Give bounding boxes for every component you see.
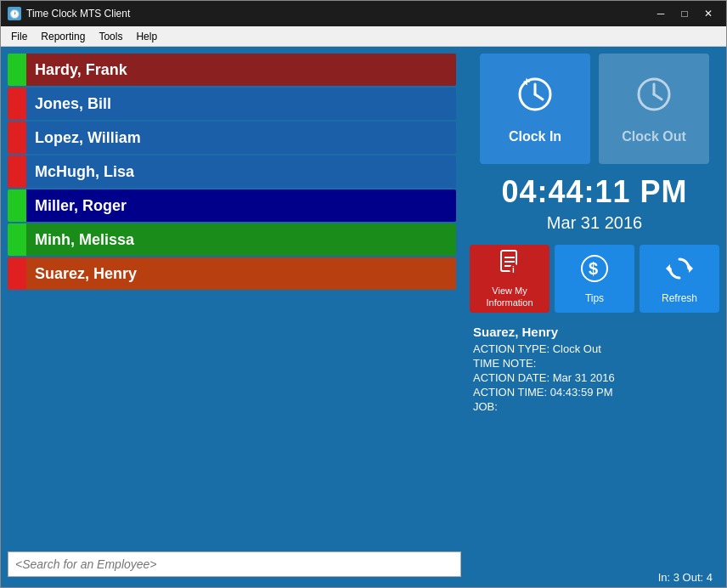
view-info-label: View My Information: [475, 286, 544, 308]
clock-in-icon: +: [515, 74, 555, 122]
status-indicator: [8, 88, 26, 120]
svg-text:+: +: [523, 75, 530, 88]
title-bar: 🕐 Time Clock MTS Client ─ □ ✕: [1, 1, 726, 26]
employee-name: Minh, Melissa: [26, 223, 456, 256]
clock-out-label: Clock Out: [622, 129, 686, 144]
main-content: Hardy, Frank Jones, Bill Lopez, William …: [1, 47, 726, 588]
clock-status: In: 3 Out: 4: [658, 571, 713, 584]
tips-label: Tips: [585, 292, 604, 304]
left-panel: Hardy, Frank Jones, Bill Lopez, William …: [1, 47, 463, 588]
search-input[interactable]: [8, 551, 461, 577]
refresh-icon: [665, 254, 694, 289]
employee-row[interactable]: McHugh, Lisa: [8, 155, 456, 188]
employee-row[interactable]: Miller, Roger: [8, 189, 456, 222]
employee-name: Lopez, William: [26, 122, 456, 154]
status-indicator: [8, 223, 26, 256]
window-controls: ─ □ ✕: [650, 5, 719, 22]
status-indicator: [8, 257, 26, 290]
action-type: ACTION TYPE: Clock Out: [473, 342, 719, 355]
svg-marker-16: [666, 264, 670, 273]
employee-row[interactable]: Hardy, Frank: [8, 54, 456, 86]
employee-list: Hardy, Frank Jones, Bill Lopez, William …: [8, 54, 456, 582]
svg-line-6: [654, 94, 662, 99]
action-date: ACTION DATE: Mar 31 2016: [473, 371, 719, 384]
employee-name: McHugh, Lisa: [26, 155, 456, 188]
employee-row[interactable]: Minh, Melissa: [8, 223, 456, 256]
status-indicator: [8, 155, 26, 188]
status-indicator: [8, 54, 26, 86]
svg-marker-15: [689, 264, 693, 273]
app-title: Time Clock MTS Client: [26, 8, 650, 20]
minimize-button[interactable]: ─: [650, 5, 672, 22]
employee-name: Suarez, Henry: [26, 257, 456, 290]
maximize-button[interactable]: □: [673, 5, 696, 22]
refresh-label: Refresh: [662, 292, 697, 304]
action-buttons: i View My Information $ Tips: [470, 245, 719, 313]
svg-point-11: [510, 264, 520, 274]
tips-icon: $: [580, 254, 609, 289]
current-date: Mar 31 2016: [547, 213, 642, 233]
selected-employee-name: Suarez, Henry: [473, 325, 719, 339]
view-info-button[interactable]: i View My Information: [470, 245, 549, 313]
employee-row[interactable]: Lopez, William: [8, 122, 456, 154]
svg-line-2: [535, 94, 543, 99]
clock-out-icon: [634, 74, 674, 122]
clock-in-button[interactable]: + Clock In: [480, 54, 590, 164]
app-icon: 🕐: [8, 7, 21, 20]
refresh-button[interactable]: Refresh: [640, 245, 719, 313]
close-button[interactable]: ✕: [697, 5, 719, 22]
clock-in-label: Clock In: [509, 129, 561, 144]
employee-row[interactable]: Jones, Bill: [8, 88, 456, 120]
status-indicator: [8, 189, 26, 222]
employee-row[interactable]: Suarez, Henry: [8, 257, 456, 290]
right-panel: + Clock In Clock Out: [463, 47, 726, 588]
current-time: 04:44:11 PM: [501, 174, 687, 210]
employee-info-panel: Suarez, Henry ACTION TYPE: Clock Out TIM…: [470, 325, 719, 415]
clock-buttons: + Clock In Clock Out: [480, 54, 709, 164]
clock-out-button[interactable]: Clock Out: [599, 54, 709, 164]
employee-name: Hardy, Frank: [26, 54, 456, 86]
status-indicator: [8, 122, 26, 154]
employee-name: Miller, Roger: [26, 189, 456, 222]
menu-help[interactable]: Help: [129, 26, 164, 46]
tips-button[interactable]: $ Tips: [555, 245, 634, 313]
menu-tools[interactable]: Tools: [92, 26, 129, 46]
menu-file[interactable]: File: [4, 26, 34, 46]
menu-bar: File Reporting Tools Help: [1, 26, 726, 47]
time-note: TIME NOTE:: [473, 357, 719, 370]
view-info-icon: i: [496, 249, 523, 282]
menu-reporting[interactable]: Reporting: [34, 26, 92, 46]
employee-name: Jones, Bill: [26, 88, 456, 120]
svg-text:$: $: [589, 259, 598, 278]
job: JOB:: [473, 400, 719, 413]
svg-text:i: i: [512, 265, 515, 274]
action-time: ACTION TIME: 04:43:59 PM: [473, 386, 719, 399]
status-bar: In: 3 Out: 4: [466, 567, 726, 587]
